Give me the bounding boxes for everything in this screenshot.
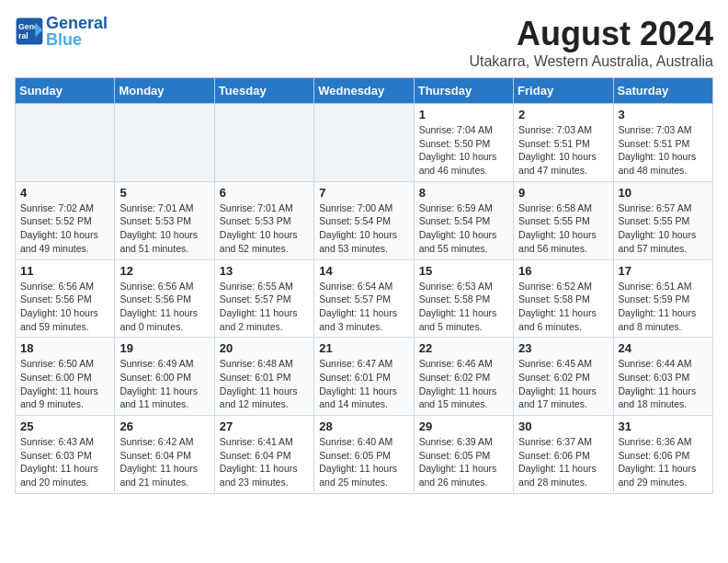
calendar-cell (115, 104, 214, 182)
calendar-cell: 11Sunrise: 6:56 AM Sunset: 5:56 PM Dayli… (16, 259, 115, 338)
day-info: Sunrise: 6:39 AM Sunset: 6:05 PM Dayligh… (419, 435, 508, 489)
day-number: 27 (220, 419, 309, 433)
logo-icon: Gene ral (15, 17, 44, 46)
calendar-cell: 2Sunrise: 7:03 AM Sunset: 5:51 PM Daylig… (514, 104, 613, 182)
page-header: Gene ral General Blue August 2024 Utakar… (15, 15, 713, 70)
day-number: 8 (419, 186, 508, 200)
day-number: 25 (20, 419, 109, 433)
calendar-cell: 27Sunrise: 6:41 AM Sunset: 6:04 PM Dayli… (214, 416, 313, 494)
day-info: Sunrise: 6:59 AM Sunset: 5:54 PM Dayligh… (419, 201, 508, 256)
day-info: Sunrise: 6:45 AM Sunset: 6:02 PM Dayligh… (518, 357, 608, 411)
day-number: 1 (419, 108, 508, 121)
day-info: Sunrise: 6:58 AM Sunset: 5:55 PM Dayligh… (518, 201, 608, 256)
day-info: Sunrise: 7:01 AM Sunset: 5:53 PM Dayligh… (220, 201, 309, 256)
calendar-cell: 15Sunrise: 6:53 AM Sunset: 5:58 PM Dayli… (414, 259, 513, 338)
day-info: Sunrise: 7:00 AM Sunset: 5:54 PM Dayligh… (319, 201, 408, 256)
calendar-cell: 9Sunrise: 6:58 AM Sunset: 5:55 PM Daylig… (514, 181, 613, 259)
calendar-cell: 31Sunrise: 6:36 AM Sunset: 6:06 PM Dayli… (613, 416, 712, 494)
calendar-cell: 26Sunrise: 6:42 AM Sunset: 6:04 PM Dayli… (115, 416, 214, 494)
header-monday: Monday (115, 78, 214, 104)
calendar-cell: 7Sunrise: 7:00 AM Sunset: 5:54 PM Daylig… (314, 181, 414, 259)
day-info: Sunrise: 6:40 AM Sunset: 6:05 PM Dayligh… (319, 435, 408, 489)
logo-general-text: General (46, 15, 108, 31)
day-info: Sunrise: 6:55 AM Sunset: 5:57 PM Dayligh… (220, 280, 309, 334)
calendar-cell (314, 104, 414, 182)
calendar-table: SundayMondayTuesdayWednesdayThursdayFrid… (15, 77, 713, 494)
day-number: 30 (518, 419, 608, 433)
calendar-cell: 28Sunrise: 6:40 AM Sunset: 6:05 PM Dayli… (314, 416, 414, 494)
day-number: 22 (419, 341, 508, 355)
calendar-cell (214, 104, 313, 182)
day-number: 11 (20, 264, 109, 278)
week-row-1: 4Sunrise: 7:02 AM Sunset: 5:52 PM Daylig… (16, 181, 713, 259)
logo: Gene ral General Blue (15, 15, 108, 48)
week-row-4: 25Sunrise: 6:43 AM Sunset: 6:03 PM Dayli… (16, 416, 713, 494)
calendar-cell: 16Sunrise: 6:52 AM Sunset: 5:58 PM Dayli… (514, 259, 613, 338)
day-info: Sunrise: 6:42 AM Sunset: 6:04 PM Dayligh… (119, 435, 209, 489)
calendar-cell: 24Sunrise: 6:44 AM Sunset: 6:03 PM Dayli… (613, 338, 712, 416)
calendar-cell: 18Sunrise: 6:50 AM Sunset: 6:00 PM Dayli… (16, 338, 115, 416)
calendar-cell: 30Sunrise: 6:37 AM Sunset: 6:06 PM Dayli… (514, 416, 613, 494)
day-number: 18 (20, 341, 109, 355)
day-number: 15 (419, 264, 508, 278)
week-row-3: 18Sunrise: 6:50 AM Sunset: 6:00 PM Dayli… (16, 338, 713, 416)
day-info: Sunrise: 6:47 AM Sunset: 6:01 PM Dayligh… (319, 357, 408, 411)
day-number: 28 (319, 419, 408, 433)
calendar-cell: 3Sunrise: 7:03 AM Sunset: 5:51 PM Daylig… (613, 104, 712, 182)
header-friday: Friday (514, 78, 613, 104)
day-info: Sunrise: 6:44 AM Sunset: 6:03 PM Dayligh… (619, 357, 708, 411)
calendar-cell: 10Sunrise: 6:57 AM Sunset: 5:55 PM Dayli… (613, 181, 712, 259)
calendar-cell: 12Sunrise: 6:56 AM Sunset: 5:56 PM Dayli… (115, 259, 214, 338)
calendar-cell: 5Sunrise: 7:01 AM Sunset: 5:53 PM Daylig… (115, 181, 214, 259)
header-row: SundayMondayTuesdayWednesdayThursdayFrid… (16, 78, 713, 104)
day-info: Sunrise: 6:56 AM Sunset: 5:56 PM Dayligh… (20, 280, 109, 334)
day-number: 2 (518, 108, 608, 121)
header-wednesday: Wednesday (314, 78, 414, 104)
day-info: Sunrise: 6:51 AM Sunset: 5:59 PM Dayligh… (619, 280, 708, 334)
day-info: Sunrise: 6:41 AM Sunset: 6:04 PM Dayligh… (220, 435, 309, 489)
day-info: Sunrise: 6:46 AM Sunset: 6:02 PM Dayligh… (419, 357, 508, 411)
day-info: Sunrise: 6:49 AM Sunset: 6:00 PM Dayligh… (119, 357, 209, 411)
day-info: Sunrise: 6:50 AM Sunset: 6:00 PM Dayligh… (20, 357, 109, 411)
calendar-body: 1Sunrise: 7:04 AM Sunset: 5:50 PM Daylig… (16, 104, 713, 494)
calendar-cell: 17Sunrise: 6:51 AM Sunset: 5:59 PM Dayli… (613, 259, 712, 338)
day-number: 12 (119, 264, 209, 278)
calendar-cell: 25Sunrise: 6:43 AM Sunset: 6:03 PM Dayli… (16, 416, 115, 494)
calendar-cell: 22Sunrise: 6:46 AM Sunset: 6:02 PM Dayli… (414, 338, 513, 416)
day-number: 10 (619, 186, 708, 200)
day-info: Sunrise: 6:43 AM Sunset: 6:03 PM Dayligh… (20, 435, 109, 489)
day-info: Sunrise: 6:54 AM Sunset: 5:57 PM Dayligh… (319, 280, 408, 334)
logo-blue-text: Blue (46, 31, 108, 48)
day-info: Sunrise: 7:01 AM Sunset: 5:53 PM Dayligh… (119, 201, 209, 256)
day-info: Sunrise: 7:02 AM Sunset: 5:52 PM Dayligh… (20, 201, 109, 256)
day-number: 7 (319, 186, 408, 200)
day-number: 16 (518, 264, 608, 278)
day-number: 17 (619, 264, 708, 278)
calendar-cell: 20Sunrise: 6:48 AM Sunset: 6:01 PM Dayli… (214, 338, 313, 416)
day-number: 5 (119, 186, 209, 200)
day-number: 14 (319, 264, 408, 278)
calendar-header: SundayMondayTuesdayWednesdayThursdayFrid… (16, 78, 713, 104)
svg-text:ral: ral (18, 31, 28, 40)
header-sunday: Sunday (16, 78, 115, 104)
day-info: Sunrise: 6:56 AM Sunset: 5:56 PM Dayligh… (119, 280, 209, 334)
day-info: Sunrise: 6:52 AM Sunset: 5:58 PM Dayligh… (518, 280, 608, 334)
week-row-2: 11Sunrise: 6:56 AM Sunset: 5:56 PM Dayli… (16, 259, 713, 338)
day-info: Sunrise: 6:48 AM Sunset: 6:01 PM Dayligh… (220, 357, 309, 411)
day-number: 26 (119, 419, 209, 433)
calendar-cell: 21Sunrise: 6:47 AM Sunset: 6:01 PM Dayli… (314, 338, 414, 416)
day-number: 9 (518, 186, 608, 200)
calendar-cell: 4Sunrise: 7:02 AM Sunset: 5:52 PM Daylig… (16, 181, 115, 259)
calendar-cell: 13Sunrise: 6:55 AM Sunset: 5:57 PM Dayli… (214, 259, 313, 338)
day-number: 31 (619, 419, 708, 433)
day-number: 4 (20, 186, 109, 200)
day-number: 3 (619, 108, 708, 121)
day-number: 20 (220, 341, 309, 355)
calendar-cell: 23Sunrise: 6:45 AM Sunset: 6:02 PM Dayli… (514, 338, 613, 416)
calendar-cell: 14Sunrise: 6:54 AM Sunset: 5:57 PM Dayli… (314, 259, 414, 338)
day-number: 29 (419, 419, 508, 433)
header-saturday: Saturday (613, 78, 712, 104)
week-row-0: 1Sunrise: 7:04 AM Sunset: 5:50 PM Daylig… (16, 104, 713, 182)
calendar-cell: 8Sunrise: 6:59 AM Sunset: 5:54 PM Daylig… (414, 181, 513, 259)
calendar-cell: 6Sunrise: 7:01 AM Sunset: 5:53 PM Daylig… (214, 181, 313, 259)
